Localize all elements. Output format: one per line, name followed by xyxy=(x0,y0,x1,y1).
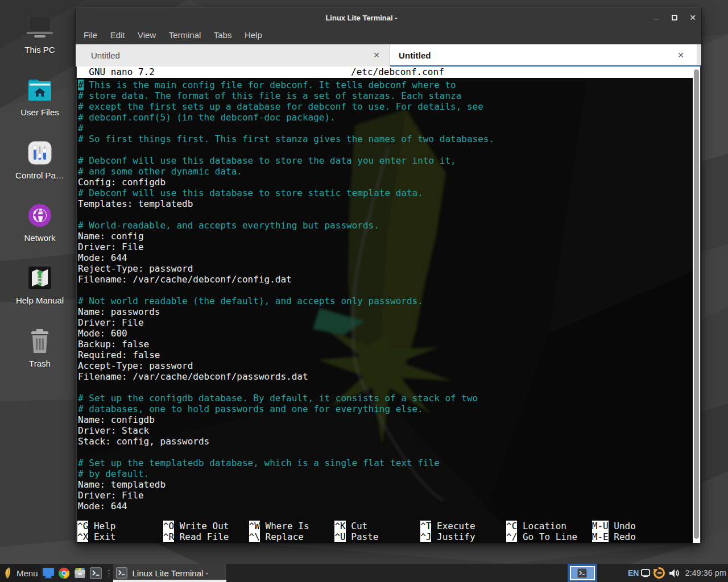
nano-shortcut[interactable]: ^G Help xyxy=(77,521,115,531)
panel-separator-handle[interactable] xyxy=(107,564,111,582)
nano-line: Driver: File xyxy=(78,317,692,328)
tray-terminal-button[interactable] xyxy=(568,564,597,582)
nano-shortcut[interactable]: ^U Paste xyxy=(334,531,378,542)
nano-shortcut[interactable]: ^O Write Out xyxy=(163,521,229,531)
nano-line: # This is the main config file for debco… xyxy=(78,80,692,90)
nano-titlebar: GNU nano 7.2 /etc/debconf.conf xyxy=(77,66,693,78)
shortcut-key: ^T xyxy=(420,521,431,531)
shortcut-key: ^C xyxy=(506,521,517,531)
tab-close-icon[interactable]: ✕ xyxy=(373,44,380,66)
nano-line: Driver: File xyxy=(78,490,692,501)
tab-untitled-2[interactable]: Untitled ✕ xyxy=(390,44,697,66)
desktop-icon-trash[interactable]: Trash xyxy=(6,329,74,368)
shortcut-label: Location xyxy=(517,521,566,531)
nano-line: Required: false xyxy=(78,350,692,360)
close-button[interactable]: ✕ xyxy=(684,8,701,27)
nano-shortcut[interactable]: ^W Where Is xyxy=(249,521,309,531)
terminal-icon xyxy=(116,567,127,579)
nano-shortcut[interactable]: ^K Cut xyxy=(334,521,367,531)
nano-shortcut-row-2: ^X Exit^R Read File^\ Replace^U Paste^J … xyxy=(77,531,693,542)
terminal-scrollbar[interactable] xyxy=(693,66,700,543)
desktop-icon-label: User Files xyxy=(6,107,74,117)
nano-cursor: # xyxy=(78,80,84,90)
show-desktop-icon xyxy=(42,567,55,579)
updates-notifier-icon[interactable] xyxy=(653,567,665,579)
shortcut-key: ^W xyxy=(249,521,260,531)
nano-shortcut[interactable]: M-U Undo xyxy=(592,521,636,531)
menu-tabs[interactable]: Tabs xyxy=(209,27,237,44)
display-settings-icon[interactable] xyxy=(641,569,650,577)
nano-line: # store data. The format of this file is… xyxy=(78,90,692,101)
nano-line xyxy=(78,285,692,296)
volume-icon[interactable] xyxy=(669,568,680,578)
tab-close-icon[interactable]: ✕ xyxy=(677,44,684,66)
terminal-tabbar: Untitled ✕ Untitled ✕ xyxy=(76,44,701,66)
minimize-button[interactable]: – xyxy=(647,8,666,27)
nano-shortcut[interactable]: M-E Redo xyxy=(592,531,636,542)
shortcut-label: Read File xyxy=(174,531,229,542)
nano-line: Name: configdb xyxy=(78,414,692,425)
nano-line: # databases, one to hold passwords and o… xyxy=(78,404,692,414)
nano-filename: /etc/debconf.conf xyxy=(351,66,444,78)
maximize-button[interactable] xyxy=(665,8,684,27)
nano-line: # Not world readable (the default), and … xyxy=(78,296,692,306)
nano-line: Accept-Type: password xyxy=(78,360,692,371)
nano-line: # Set up the templatedb database, which … xyxy=(78,458,692,468)
show-desktop-button[interactable] xyxy=(40,564,56,582)
nano-shortcut[interactable]: ^C Location xyxy=(506,521,566,531)
nano-line: Mode: 644 xyxy=(78,252,692,263)
shortcut-key: ^R xyxy=(163,531,174,542)
nano-text-buffer: # This is the main config file for debco… xyxy=(78,80,692,512)
shortcut-label: Where Is xyxy=(260,521,309,531)
keyboard-layout-indicator[interactable]: EN xyxy=(628,568,639,577)
nano-editor[interactable]: GNU nano 7.2 /etc/debconf.conf # This is… xyxy=(77,66,693,543)
desktop-icon-label: Trash xyxy=(6,359,74,368)
window-titlebar[interactable]: Linux Lite Terminal - – ✕ xyxy=(76,7,701,27)
terminal-menubar: File Edit View Terminal Tabs Help xyxy=(76,27,701,44)
nano-line: Driver: File xyxy=(78,242,692,252)
menu-terminal[interactable]: Terminal xyxy=(164,27,206,44)
file-manager-icon xyxy=(74,567,86,579)
nano-shortcut[interactable]: ^/ Go To Line xyxy=(506,531,577,542)
shortcut-key: ^\ xyxy=(249,531,260,542)
taskbar-window-button[interactable]: Linux Lite Terminal - xyxy=(113,564,226,582)
menu-view[interactable]: View xyxy=(133,27,161,44)
nano-version: GNU nano 7.2 xyxy=(78,66,155,78)
shortcut-key: ^O xyxy=(163,521,174,531)
desktop-icon-this-pc[interactable]: This PC xyxy=(6,16,74,55)
menu-help[interactable]: Help xyxy=(239,27,267,44)
nano-line: Stack: config, passwords xyxy=(78,436,692,447)
system-tray: EN xyxy=(568,564,728,582)
tab-label: Untitled xyxy=(91,51,120,60)
menu-button[interactable]: Menu xyxy=(0,564,40,582)
terminal-launcher[interactable] xyxy=(88,564,104,582)
linux-lite-logo-icon xyxy=(3,566,13,580)
taskbar-clock[interactable]: 2:49:36 pm xyxy=(685,568,726,577)
desktop-icon-network[interactable]: Network xyxy=(6,203,74,243)
nano-shortcut[interactable]: ^R Read File xyxy=(163,531,229,542)
nano-line: # xyxy=(78,123,692,134)
tab-untitled-1[interactable]: Untitled ✕ xyxy=(76,44,390,66)
shortcut-key: ^X xyxy=(77,531,88,542)
desktop-screen: This PC User Files Control Pa… xyxy=(0,0,728,582)
scrollbar-thumb[interactable] xyxy=(694,69,699,539)
nano-line: Filename: /var/cache/debconf/config.dat xyxy=(78,274,692,285)
desktop-icon-help-manual[interactable]: Help Manual xyxy=(6,266,74,305)
nano-shortcut[interactable]: ^J Justify xyxy=(420,531,475,542)
menu-file[interactable]: File xyxy=(78,27,102,44)
nano-line: # debconf.conf(5) (in the debconf-doc pa… xyxy=(78,112,692,123)
nano-line: # by default. xyxy=(78,468,692,479)
terminal-icon xyxy=(577,568,587,578)
nano-line: Name: config xyxy=(78,231,692,242)
tab-label: Untitled xyxy=(399,51,431,60)
chrome-launcher[interactable] xyxy=(56,564,72,582)
nano-shortcut[interactable]: ^T Execute xyxy=(420,521,475,531)
desktop-icon-control-panel[interactable]: Control Pa… xyxy=(6,141,74,180)
desktop-icon-label: Control Pa… xyxy=(6,171,74,180)
desktop-icon-user-files[interactable]: User Files xyxy=(6,78,74,117)
file-manager-launcher[interactable] xyxy=(72,564,88,582)
nano-shortcut[interactable]: ^X Exit xyxy=(77,531,115,542)
terminal-icon xyxy=(90,567,102,579)
nano-shortcut[interactable]: ^\ Replace xyxy=(249,531,304,542)
menu-edit[interactable]: Edit xyxy=(105,27,130,44)
